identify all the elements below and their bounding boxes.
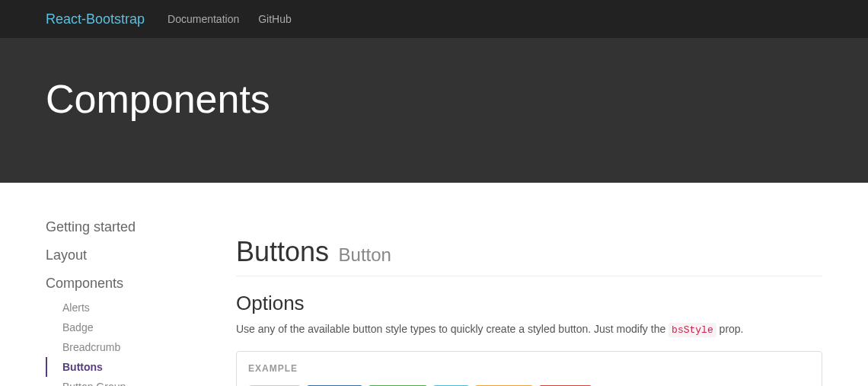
content: Getting started Layout Components Alerts… [0, 183, 868, 386]
sidebar-item-buttons[interactable]: Buttons [46, 357, 221, 377]
sidebar: Getting started Layout Components Alerts… [46, 213, 221, 386]
hero: Components [0, 38, 868, 183]
code-prop: bsStyle [669, 323, 716, 337]
navbar-brand[interactable]: React-Bootstrap [46, 11, 145, 27]
example-label: EXAMPLE [248, 363, 810, 374]
example-box: EXAMPLE DefaultPrimarySuccessInfoWarning… [236, 351, 822, 386]
hero-title: Components [46, 76, 822, 122]
page-header: Buttons Button [236, 236, 822, 276]
page-title: Buttons [236, 236, 329, 267]
sidebar-section-layout[interactable]: Layout [46, 241, 221, 270]
sidebar-item-button-group[interactable]: Button Group [46, 377, 221, 386]
desc-text-pre: Use any of the available button style ty… [236, 323, 669, 335]
main: Buttons Button Options Use any of the av… [221, 213, 822, 386]
desc-text-post: prop. [720, 323, 744, 335]
section-title: Options [236, 292, 822, 315]
nav-link-github[interactable]: GitHub [258, 13, 292, 25]
sidebar-item-breadcrumb[interactable]: Breadcrumb [46, 337, 221, 357]
page-subtitle: Button [339, 244, 391, 265]
nav-link-documentation[interactable]: Documentation [168, 13, 239, 25]
sidebar-item-alerts[interactable]: Alerts [46, 298, 221, 317]
sidebar-section-getting-started[interactable]: Getting started [46, 213, 221, 241]
sidebar-item-badge[interactable]: Badge [46, 317, 221, 337]
section-description: Use any of the available button style ty… [236, 323, 822, 336]
navbar: React-Bootstrap Documentation GitHub [0, 0, 868, 38]
sidebar-section-components[interactable]: Components [46, 270, 221, 298]
